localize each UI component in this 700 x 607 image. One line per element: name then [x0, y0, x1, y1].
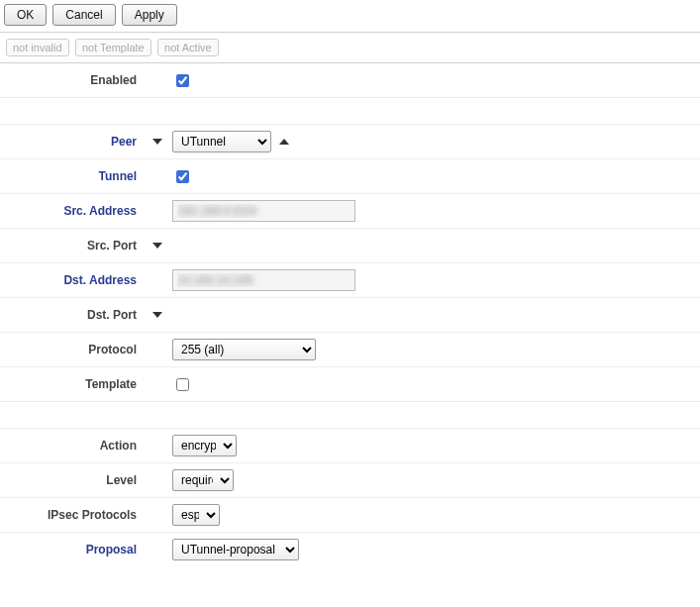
label-action: Action: [0, 439, 147, 453]
apply-button[interactable]: Apply: [122, 4, 177, 26]
src-address-input[interactable]: [172, 200, 355, 222]
proposal-select[interactable]: UTunnel-proposal: [172, 539, 299, 560]
ok-button[interactable]: OK: [4, 4, 47, 26]
label-template: Template: [0, 377, 147, 391]
row-dst-address: Dst. Address: [0, 263, 700, 298]
row-src-address: Src. Address: [0, 194, 700, 229]
chevron-down-icon[interactable]: [152, 243, 162, 249]
row-src-port: Src. Port: [0, 229, 700, 263]
row-ipsec-protocols: IPsec Protocols esp: [0, 498, 700, 533]
label-src-port: Src. Port: [0, 239, 147, 253]
row-level: Level require: [0, 463, 700, 498]
chevron-down-icon[interactable]: [152, 312, 162, 318]
cancel-button[interactable]: Cancel: [52, 4, 115, 26]
label-peer[interactable]: Peer: [0, 135, 147, 149]
level-select[interactable]: require: [172, 469, 234, 491]
label-enabled: Enabled: [0, 73, 147, 87]
chevron-down-icon[interactable]: [152, 139, 162, 145]
tunnel-checkbox[interactable]: [176, 170, 189, 183]
enabled-checkbox[interactable]: [176, 74, 189, 87]
chevron-up-icon[interactable]: [279, 139, 289, 145]
flag-not-invalid: not invalid: [6, 39, 69, 56]
row-tunnel: Tunnel: [0, 159, 700, 194]
action-select[interactable]: encrypt: [172, 435, 237, 456]
ipsec-protocols-select[interactable]: esp: [172, 504, 220, 526]
protocol-select[interactable]: 255 (all): [172, 339, 316, 360]
label-protocol: Protocol: [0, 343, 147, 356]
status-flags: not invalid not Template not Active: [0, 35, 700, 63]
row-dst-port: Dst. Port: [0, 298, 700, 333]
label-proposal[interactable]: Proposal: [0, 543, 147, 556]
row-peer: Peer UTunnel: [0, 125, 700, 159]
label-src-address[interactable]: Src. Address: [0, 204, 147, 218]
flag-not-active: not Active: [157, 39, 219, 56]
label-dst-port: Dst. Port: [0, 308, 147, 322]
row-template: Template: [0, 367, 700, 402]
template-checkbox[interactable]: [176, 378, 189, 391]
row-protocol: Protocol 255 (all): [0, 333, 700, 367]
dst-address-input[interactable]: [172, 269, 355, 291]
flag-not-template: not Template: [75, 39, 151, 56]
row-enabled: Enabled: [0, 63, 700, 98]
label-level: Level: [0, 473, 147, 487]
label-tunnel[interactable]: Tunnel: [0, 169, 147, 183]
label-dst-address[interactable]: Dst. Address: [0, 273, 147, 287]
peer-select[interactable]: UTunnel: [172, 131, 271, 152]
row-proposal: Proposal UTunnel-proposal: [0, 533, 700, 566]
row-action: Action encrypt: [0, 429, 700, 463]
label-ipsec-protocols: IPsec Protocols: [0, 508, 147, 522]
toolbar: OK Cancel Apply: [0, 0, 700, 30]
